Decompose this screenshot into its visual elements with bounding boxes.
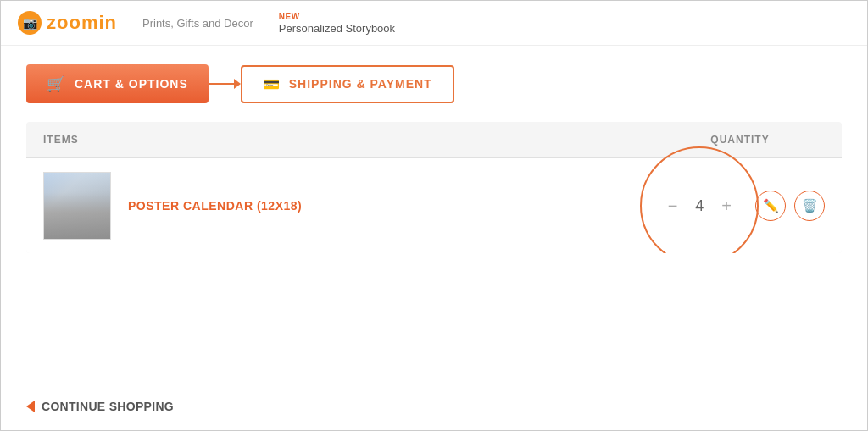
table-row: POSTER CALENDAR (12X18) − 4 + ✏️ 🗑️ [26,158,842,253]
continue-shopping[interactable]: CONTINUE SHOPPING [1,383,867,430]
page-wrapper: 📷 zoomin Prints, Gifts and Decor NEW Per… [0,0,868,431]
shipping-payment-step[interactable]: 💳 SHIPPING & PAYMENT [241,65,454,103]
delete-button[interactable]: 🗑️ [794,191,825,221]
logo-area: 📷 zoomin [18,11,117,35]
quantity-value: 4 [691,197,708,215]
edit-icon: ✏️ [763,198,779,213]
step-connector [209,79,241,89]
product-name: POSTER CALENDAR (12X18) [128,199,661,213]
shipping-payment-label: SHIPPING & PAYMENT [289,77,432,91]
nav-storybook-link[interactable]: Personalized Storybook [279,22,395,35]
cart-options-label: CART & OPTIONS [75,77,188,91]
nav-storybook-group: NEW Personalized Storybook [279,12,395,35]
quantity-column-header: QUANTITY [655,134,825,146]
logo-text: zoomin [47,12,117,34]
steps-bar: 🛒 CART & OPTIONS 💳 SHIPPING & PAYMENT [1,46,867,122]
cart-icon: 🛒 [47,75,66,93]
action-icons: ✏️ 🗑️ [755,191,825,221]
header: 📷 zoomin Prints, Gifts and Decor NEW Per… [1,1,867,46]
quantity-control: − 4 + [661,194,738,218]
edit-button[interactable]: ✏️ [755,191,786,221]
quantity-decrease-button[interactable]: − [661,194,685,218]
back-arrow-icon [26,401,35,412]
table-header: ITEMS QUANTITY [26,122,842,158]
cart-table: ITEMS QUANTITY POSTER CALENDAR (12X18) −… [26,122,842,253]
card-icon: 💳 [263,76,281,92]
trash-icon: 🗑️ [802,198,818,213]
connector-line [209,83,234,85]
continue-shopping-label: CONTINUE SHOPPING [42,400,174,413]
items-column-header: ITEMS [43,134,655,146]
connector-arrow [234,79,241,89]
cart-options-step[interactable]: 🛒 CART & OPTIONS [26,64,209,103]
new-badge: NEW [279,12,395,21]
camera-icon: 📷 [18,11,42,35]
nav-prints-link[interactable]: Prints, Gifts and Decor [142,17,253,30]
main-content: ITEMS QUANTITY POSTER CALENDAR (12X18) −… [1,122,867,383]
product-thumbnail [43,172,111,240]
quantity-increase-button[interactable]: + [715,194,738,218]
